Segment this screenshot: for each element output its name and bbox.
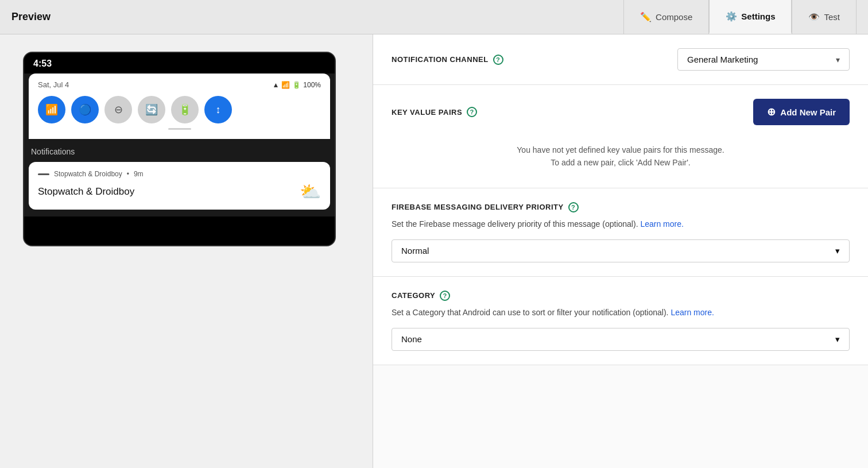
notif-app-bar-icon <box>38 173 49 175</box>
qs-top-row: Sat, Jul 4 ▲ 📶 🔋 100% <box>38 80 321 89</box>
add-pair-label: Add New Pair <box>780 107 836 117</box>
firebase-priority-section: FIREBASE MESSAGING DELIVERY PRIORITY ? S… <box>373 188 868 277</box>
category-help[interactable]: ? <box>440 291 450 301</box>
add-new-pair-button[interactable]: ⊕ Add New Pair <box>753 99 850 125</box>
category-description: Set a Category that Android can use to s… <box>392 307 850 319</box>
quick-settings: Sat, Jul 4 ▲ 📶 🔋 100% 📶 🔵 <box>29 74 330 139</box>
notification-channel-select[interactable]: General Marketing ▾ <box>677 48 850 71</box>
firebase-priority-select[interactable]: Normal ▾ <box>392 239 850 262</box>
notif-dot: • <box>127 170 129 178</box>
settings-panel: NOTIFICATION CHANNEL ? General Marketing… <box>373 34 868 468</box>
firebase-priority-value: Normal <box>401 246 429 256</box>
firebase-priority-learn-more[interactable]: Learn more. <box>640 219 683 229</box>
qs-divider <box>168 128 191 130</box>
qs-status: ▲ 📶 🔋 100% <box>272 81 321 89</box>
kvp-help[interactable]: ? <box>467 107 477 117</box>
wifi-icon: 📶 <box>45 103 58 116</box>
wifi-status-icon: ▲ <box>272 81 279 89</box>
category-learn-more[interactable]: Learn more. <box>671 308 714 317</box>
firebase-priority-title: FIREBASE MESSAGING DELIVERY PRIORITY ? <box>392 202 850 212</box>
category-value: None <box>401 334 422 344</box>
tab-test-label: Test <box>824 12 840 22</box>
kvp-empty-state: You have not yet defined key value pairs… <box>392 134 850 174</box>
data-icon: ↕ <box>216 104 221 116</box>
notification-card: Stopwatch & Droidboy • 9m Stopwatch & Dr… <box>29 162 330 210</box>
notification-shade: Sat, Jul 4 ▲ 📶 🔋 100% 📶 🔵 <box>24 74 335 245</box>
category-title: CATEGORY ? <box>392 291 850 301</box>
notif-weather-emoji: ⛅ <box>300 181 321 202</box>
notif-time: 9m <box>134 170 144 178</box>
qs-date: Sat, Jul 4 <box>38 80 69 89</box>
plus-icon: ⊕ <box>767 106 776 118</box>
notifications-label: Notifications <box>29 144 330 160</box>
wifi-toggle[interactable]: 📶 <box>38 96 65 123</box>
tab-settings-label: Settings <box>741 11 775 21</box>
tab-compose-label: Compose <box>656 12 692 22</box>
notification-channel-value: General Marketing <box>687 55 758 64</box>
notif-app-row: Stopwatch & Droidboy • 9m <box>38 170 321 178</box>
main-content: 4:53 Sat, Jul 4 ▲ 📶 🔋 100% <box>0 34 868 468</box>
notif-app-name: Stopwatch & Droidboy <box>54 170 122 178</box>
phone-time: 4:53 <box>33 59 52 68</box>
tab-bar: ✏️ Compose ⚙️ Settings 👁️ Test <box>623 0 857 34</box>
notification-channel-help[interactable]: ? <box>493 55 503 65</box>
notif-title: Stopwatch & Droidboy <box>38 186 134 198</box>
phone-bottom <box>24 216 335 245</box>
category-arrow-icon: ▾ <box>835 334 840 345</box>
page-title: Preview <box>11 11 623 23</box>
battery-saver-toggle[interactable]: 🔋 <box>171 96 199 123</box>
battery-pct: 100% <box>303 81 321 89</box>
notif-body: Stopwatch & Droidboy ⛅ <box>38 181 321 202</box>
notifications-section: Notifications Stopwatch & Droidboy • 9m … <box>24 139 335 216</box>
bluetooth-icon: 🔵 <box>79 103 91 116</box>
signal-status-icon: 📶 <box>281 81 290 89</box>
battery-saver-icon: 🔋 <box>179 103 191 116</box>
rotation-toggle[interactable]: 🔄 <box>138 96 165 123</box>
qs-icons-row: 📶 🔵 ⊖ 🔄 🔋 <box>38 96 321 123</box>
phone-mockup: 4:53 Sat, Jul 4 ▲ 📶 🔋 100% <box>23 52 336 246</box>
kvp-empty-line1: You have not yet defined key value pairs… <box>392 144 850 156</box>
phone-status-bar: 4:53 <box>24 53 335 74</box>
category-select[interactable]: None ▾ <box>392 328 850 351</box>
kvp-empty-line2: To add a new pair, click 'Add New Pair'. <box>392 156 850 169</box>
dnd-toggle[interactable]: ⊖ <box>104 96 132 123</box>
battery-status: 🔋 <box>292 81 301 89</box>
tab-test[interactable]: 👁️ Test <box>792 0 857 34</box>
kvp-header-row: KEY VALUE PAIRS ? ⊕ Add New Pair <box>392 99 850 125</box>
settings-icon: ⚙️ <box>726 11 737 22</box>
dnd-icon: ⊖ <box>114 103 123 116</box>
notification-channel-title: NOTIFICATION CHANNEL ? <box>392 55 503 65</box>
firebase-priority-help[interactable]: ? <box>568 202 579 212</box>
key-value-pairs-section: KEY VALUE PAIRS ? ⊕ Add New Pair You hav… <box>373 85 868 188</box>
tab-compose[interactable]: ✏️ Compose <box>623 0 709 34</box>
rotation-icon: 🔄 <box>145 103 158 116</box>
channel-select-arrow-icon: ▾ <box>836 55 840 64</box>
compose-icon: ✏️ <box>640 11 652 22</box>
bluetooth-toggle[interactable]: 🔵 <box>71 96 99 123</box>
nc-row: NOTIFICATION CHANNEL ? General Marketing… <box>392 48 850 71</box>
kvp-title: KEY VALUE PAIRS ? <box>392 107 477 117</box>
app-header: Preview ✏️ Compose ⚙️ Settings 👁️ Test <box>0 0 868 34</box>
eye-icon: 👁️ <box>808 11 820 22</box>
notification-channel-section: NOTIFICATION CHANNEL ? General Marketing… <box>373 34 868 85</box>
tab-settings[interactable]: ⚙️ Settings <box>709 0 792 34</box>
category-section: CATEGORY ? Set a Category that Android c… <box>373 277 868 365</box>
data-toggle[interactable]: ↕ <box>204 96 232 123</box>
preview-panel: 4:53 Sat, Jul 4 ▲ 📶 🔋 100% <box>0 34 373 468</box>
firebase-priority-arrow-icon: ▾ <box>835 246 840 256</box>
firebase-priority-description: Set the Firebase message delivery priori… <box>392 218 850 230</box>
